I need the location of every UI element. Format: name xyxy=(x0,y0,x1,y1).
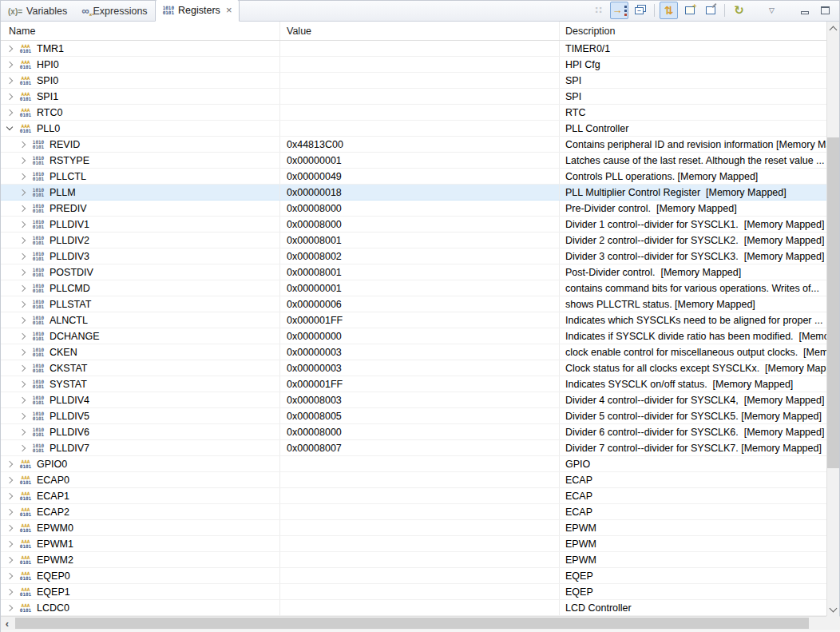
expand-chevron-icon[interactable] xyxy=(19,380,26,387)
table-row[interactable]: AAA0101SPI1SPI xyxy=(1,89,828,105)
table-row[interactable]: 10100101CKEN0x00000003clock enable contr… xyxy=(1,344,828,360)
register-value[interactable]: 0x00000000 xyxy=(280,328,560,344)
register-value[interactable] xyxy=(280,568,560,583)
table-row[interactable]: 10100101PLLDIV50x00008005Divider 5 contr… xyxy=(1,408,828,424)
register-value[interactable] xyxy=(280,584,560,599)
table-row[interactable]: AAA0101ECAP1ECAP xyxy=(1,488,828,504)
table-row[interactable]: 10100101PLLDIV40x00008003Divider 4 contr… xyxy=(1,392,828,408)
expand-chevron-icon[interactable] xyxy=(19,252,26,259)
register-value[interactable] xyxy=(280,121,560,136)
register-value[interactable] xyxy=(280,488,560,503)
register-value[interactable]: 0x44813C00 xyxy=(280,137,560,152)
register-value[interactable] xyxy=(280,504,560,519)
table-row[interactable]: 10100101PLLSTAT0x00000006shows PLLCTRL s… xyxy=(1,296,828,312)
register-value[interactable]: 0x00008001 xyxy=(280,264,560,280)
expand-chevron-icon[interactable] xyxy=(6,61,13,67)
number-format-icon[interactable]: ∷ xyxy=(589,2,608,19)
refresh-icon[interactable]: ↻ xyxy=(730,2,748,19)
expand-chevron-icon[interactable] xyxy=(19,205,26,211)
register-value[interactable] xyxy=(280,472,560,487)
table-row[interactable]: 10100101ALNCTL0x000001FFIndicates which … xyxy=(1,312,828,328)
table-row[interactable]: AAA0101TMR1TIMER0/1 xyxy=(1,41,828,57)
register-value[interactable]: 0x00008001 xyxy=(280,233,560,248)
expand-chevron-icon[interactable] xyxy=(6,524,13,531)
table-row[interactable]: 10100101PLLDIV70x00008007Divider 7 contr… xyxy=(1,440,828,456)
register-value[interactable]: 0x00000006 xyxy=(280,296,560,312)
register-value[interactable]: 0x00008005 xyxy=(280,408,560,423)
horizontal-scrollbar[interactable]: ‹ › xyxy=(1,616,840,630)
table-row[interactable]: AAA0101HPI0HPI Cfg xyxy=(1,57,828,73)
table-row[interactable]: 10100101SYSTAT0x000001FFIndicates SYSCLK… xyxy=(1,376,828,392)
table-row[interactable]: 10100101PLLDIV20x00008001Divider 2 contr… xyxy=(1,233,828,248)
register-value[interactable]: 0x00000018 xyxy=(280,185,560,200)
scroll-left-icon[interactable]: ‹ xyxy=(1,617,14,630)
open-new-view-icon[interactable]: + xyxy=(680,2,699,19)
register-value[interactable]: 0x00000001 xyxy=(280,153,560,168)
expand-chevron-icon[interactable] xyxy=(6,109,13,115)
expand-chevron-icon[interactable] xyxy=(19,300,26,307)
expand-chevron-icon[interactable] xyxy=(19,157,26,163)
tab-expressions[interactable]: ∞x= Expressions xyxy=(74,2,154,21)
table-row[interactable]: AAA0101GPIO0GPIO xyxy=(1,456,828,472)
column-header-value[interactable]: Value xyxy=(280,22,560,40)
register-value[interactable]: 0x00008002 xyxy=(280,248,560,264)
horizontal-scrollbar-thumb[interactable] xyxy=(15,618,809,629)
table-row[interactable]: AAA0101EPWM0EPWM xyxy=(1,520,828,536)
expand-chevron-icon[interactable] xyxy=(6,572,13,578)
table-row[interactable]: AAA0101PLL0PLL Controller xyxy=(1,121,828,137)
expand-chevron-icon[interactable] xyxy=(19,268,26,275)
scroll-up-icon[interactable] xyxy=(827,22,839,35)
register-value[interactable]: 0x00000003 xyxy=(280,360,560,376)
register-value[interactable]: 0x00008000 xyxy=(280,424,560,439)
expand-chevron-icon[interactable] xyxy=(6,492,13,499)
table-row[interactable]: AAA0101EPWM2EPWM xyxy=(1,552,828,568)
table-row[interactable]: AAA0101RTC0RTC xyxy=(1,105,828,121)
register-value[interactable]: 0x000001FF xyxy=(280,312,560,328)
register-value[interactable] xyxy=(280,536,560,551)
table-row[interactable]: AAA0101LCDC0LCD Controller xyxy=(1,600,828,616)
continuous-refresh-icon[interactable]: ⇅ xyxy=(660,2,678,19)
expand-chevron-icon[interactable] xyxy=(19,189,26,195)
table-row[interactable]: 10100101CKSTAT0x00000003Clock status for… xyxy=(1,360,828,376)
expand-chevron-icon[interactable] xyxy=(19,237,26,243)
table-row[interactable]: 10100101RSTYPE0x00000001Latches cause of… xyxy=(1,153,828,169)
scroll-down-icon[interactable] xyxy=(827,602,839,616)
register-value[interactable] xyxy=(280,552,560,567)
register-value[interactable] xyxy=(280,73,560,88)
collapse-all-icon[interactable]: − xyxy=(631,2,649,19)
expand-chevron-icon[interactable] xyxy=(6,460,13,467)
expand-chevron-icon[interactable] xyxy=(6,93,13,99)
minimize-icon[interactable] xyxy=(795,2,814,19)
expand-chevron-icon[interactable] xyxy=(19,332,26,339)
expand-chevron-icon[interactable] xyxy=(19,412,26,419)
table-row[interactable]: AAA0101ECAP2ECAP xyxy=(1,504,828,520)
column-header-name[interactable]: Name xyxy=(1,22,280,40)
expand-chevron-icon[interactable] xyxy=(19,284,26,291)
table-row[interactable]: 10100101PLLDIV10x00008000Divider 1 contr… xyxy=(1,217,828,233)
table-row[interactable]: 10100101PLLM0x00000018PLL Multiplier Con… xyxy=(1,185,828,201)
table-row[interactable]: AAA0101ECAP0ECAP xyxy=(1,472,828,488)
vertical-scrollbar[interactable] xyxy=(826,22,839,616)
register-value[interactable]: 0x00000001 xyxy=(280,280,560,296)
tab-variables[interactable]: (x)= Variables xyxy=(1,2,74,21)
table-row[interactable]: 10100101REVID0x44813C00Contains peripher… xyxy=(1,137,828,153)
expand-chevron-icon[interactable] xyxy=(6,556,13,562)
register-value[interactable]: 0x000001FF xyxy=(280,376,560,392)
table-row[interactable]: AAA0101EQEP0EQEP xyxy=(1,568,828,584)
expand-chevron-icon[interactable] xyxy=(19,173,26,179)
table-row[interactable]: 10100101PLLCMD0x00000001contains command… xyxy=(1,280,828,296)
register-value[interactable]: 0x00000049 xyxy=(280,169,560,184)
register-value[interactable] xyxy=(280,105,560,120)
table-row[interactable]: AAA0101EQEP1EQEP xyxy=(1,584,828,600)
expand-chevron-icon[interactable] xyxy=(6,476,13,483)
expand-chevron-icon[interactable] xyxy=(6,588,13,594)
expand-chevron-icon[interactable] xyxy=(19,428,26,435)
register-value[interactable]: 0x00008007 xyxy=(280,440,560,455)
collapse-chevron-icon[interactable] xyxy=(6,124,13,130)
expand-chevron-icon[interactable] xyxy=(6,508,13,515)
table-row[interactable]: 10100101POSTDIV0x00008001Post-Divider co… xyxy=(1,264,828,280)
register-value[interactable] xyxy=(280,41,560,56)
maximize-icon[interactable] xyxy=(816,2,834,19)
pin-to-debug-context-icon[interactable] xyxy=(701,2,719,19)
expand-chevron-icon[interactable] xyxy=(6,45,13,51)
